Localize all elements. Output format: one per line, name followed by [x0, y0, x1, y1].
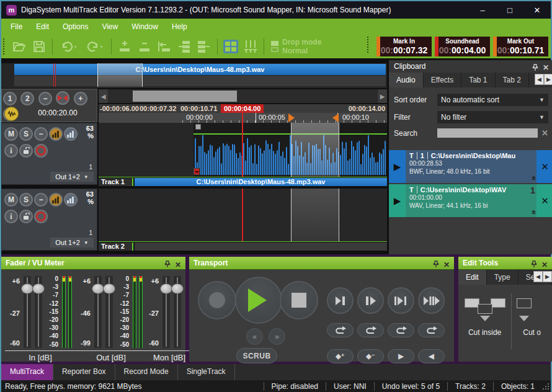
mark-in-display[interactable]: Mark In 00:00:07.32	[376, 37, 432, 56]
next-marker-button[interactable]: ▶	[388, 349, 414, 363]
drop-mode-control[interactable]: Drop mode Normal	[271, 38, 321, 55]
in-fader-right[interactable]	[35, 276, 42, 348]
collapse-button[interactable]: −	[38, 92, 52, 105]
clipboard-item-1[interactable]: ▶ T1C:\Users\nin\Desktop\Mau 00:00:28.53…	[389, 150, 552, 183]
cut-outside-tool[interactable]: Cut o	[512, 285, 552, 361]
tab-type[interactable]: Type	[487, 270, 519, 285]
mark-out-display[interactable]: Mark Out 00:00:10.71	[493, 37, 548, 56]
play-between-marks-button[interactable]	[388, 287, 414, 314]
clear-search-icon[interactable]: ✕	[541, 128, 548, 138]
time-ruler[interactable]: 00:00:00 00:00:05 00:00:10	[99, 113, 387, 123]
sort-order-select[interactable]: No automatic sort▼	[437, 94, 548, 106]
track-1-mute-button[interactable]: M	[4, 127, 18, 141]
track-2-lock-button[interactable]	[19, 210, 33, 223]
menu-edit[interactable]: Edit	[29, 19, 56, 35]
track-2-output-select[interactable]: Out 1+2▼	[50, 238, 94, 247]
fader-knob[interactable]	[32, 283, 45, 294]
remove-track-button[interactable]	[136, 38, 153, 55]
minimize-button[interactable]: –	[469, 1, 496, 19]
loop-3-button[interactable]	[388, 323, 414, 337]
fader-knob[interactable]	[21, 283, 33, 294]
track-2-meter-button[interactable]	[64, 193, 78, 207]
skip-back-button[interactable]: «	[246, 328, 263, 345]
mixer-view-button[interactable]	[222, 38, 239, 55]
track-1-clip[interactable]	[194, 123, 387, 177]
fader-knob[interactable]	[171, 283, 184, 294]
track-1-info-button[interactable]: i	[4, 144, 18, 158]
track-2-name[interactable]: Track 2	[99, 243, 133, 251]
close-panel-icon[interactable]: ✕	[543, 61, 549, 74]
remove-item-button[interactable]: ✕	[536, 184, 552, 217]
track-2-record-button[interactable]	[34, 210, 48, 223]
ruler-playhead[interactable]	[242, 113, 243, 123]
track-2-meter-active-button[interactable]	[49, 193, 63, 207]
mon-fader-right[interactable]	[174, 276, 181, 348]
track-2-wave-area[interactable]	[99, 189, 387, 241]
save-button[interactable]	[30, 38, 48, 55]
track-1-meter-active-button[interactable]	[49, 127, 63, 141]
redo-button[interactable]: ▾	[83, 38, 107, 55]
pin-icon[interactable]	[164, 259, 171, 272]
menu-view[interactable]: View	[95, 19, 125, 35]
scroll-left-arrow[interactable]: ◀	[99, 89, 108, 103]
mon-fader-left[interactable]	[162, 276, 170, 348]
tab-scroll-right[interactable]: ▶	[544, 74, 552, 85]
mark-in-marker[interactable]	[288, 114, 299, 122]
menu-window[interactable]: Window	[125, 19, 165, 35]
play-item-button[interactable]: ▶	[389, 184, 406, 217]
menu-file[interactable]: File	[4, 19, 29, 35]
tab-2[interactable]: Tab 2	[496, 73, 529, 87]
redo-dropdown-arrow[interactable]: ▾	[100, 44, 102, 50]
add-marker-button[interactable]: ◆⁺	[327, 349, 354, 363]
scrub-button[interactable]: SCRUB	[236, 348, 277, 363]
overview-playhead[interactable]	[53, 63, 56, 87]
open-button[interactable]	[11, 38, 28, 55]
close-button[interactable]: ✕	[523, 1, 551, 19]
out-fader-left[interactable]	[94, 276, 102, 348]
tab-1[interactable]: Tab 1	[461, 73, 495, 87]
scrollbar-thumb[interactable]	[133, 91, 237, 102]
add-track-button[interactable]	[116, 38, 133, 55]
track-1-minimize-button[interactable]: −	[34, 127, 48, 141]
faders-view-button[interactable]	[242, 38, 259, 55]
tab-scroll-right[interactable]: ▶	[543, 271, 552, 282]
resize-grip[interactable]	[542, 383, 550, 390]
record-button[interactable]	[198, 281, 236, 319]
tab-multitrack[interactable]: MultiTrack	[1, 364, 53, 380]
time-grip[interactable]	[367, 37, 371, 53]
tab-edit[interactable]: Edit	[458, 270, 487, 285]
waveform-mode-button[interactable]	[4, 107, 19, 121]
project-overview[interactable]: C:\Users\nin\Desktop\Maus-48.mp3.wav	[1, 63, 387, 88]
tab-singletrack[interactable]: SingleTrack	[178, 364, 235, 380]
zoom-preset-2-button[interactable]: 2	[20, 92, 34, 105]
timeline-scrollbar[interactable]: ◀ ▶	[99, 89, 387, 103]
zoom-selection-button[interactable]	[56, 91, 69, 105]
clipboard-item-2[interactable]: ▶ TC:\Users\nin\Desktop\WAV 00:01:00.00 …	[389, 184, 552, 217]
selection-region[interactable]	[291, 189, 339, 241]
loop-4-button[interactable]	[418, 323, 445, 337]
track-1-clip-label[interactable]: C:\Users\nin\Desktop\Maus-48.mp3.wav	[135, 178, 387, 186]
soundhead-display[interactable]: Soundhead 00:00:04.00	[435, 37, 490, 56]
track-1-meter-button[interactable]	[64, 127, 78, 141]
track-1-solo-button[interactable]: S	[19, 127, 33, 141]
skip-forward-button[interactable]: »	[269, 328, 285, 345]
in-fader-left[interactable]	[24, 276, 31, 348]
out-fader-right[interactable]	[105, 276, 113, 348]
selection-region[interactable]	[291, 123, 339, 177]
tab-reporter-box[interactable]: Reporter Box	[53, 364, 115, 380]
clip-start-marker[interactable]	[194, 168, 200, 175]
tab-scroll-left[interactable]: ◀	[535, 74, 544, 85]
track-1-name[interactable]: Track 1	[99, 178, 133, 186]
undo-button[interactable]: ▾	[57, 38, 81, 55]
expand-item-icon[interactable]: »	[528, 176, 536, 180]
tab-record-mode[interactable]: Record Mode	[115, 364, 178, 380]
search-input[interactable]	[437, 128, 538, 138]
tab-effects[interactable]: Effects	[424, 73, 461, 87]
loop-1-button[interactable]	[327, 323, 354, 337]
track-1-record-button[interactable]	[34, 144, 48, 158]
fader-knob[interactable]	[160, 283, 172, 294]
overview-clip[interactable]: C:\Users\nin\Desktop\Maus-48.mp3.wav	[14, 64, 386, 75]
toolbar-grip[interactable]	[3, 38, 7, 55]
stop-button[interactable]	[280, 281, 318, 319]
close-panel-icon[interactable]: ✕	[175, 259, 181, 272]
